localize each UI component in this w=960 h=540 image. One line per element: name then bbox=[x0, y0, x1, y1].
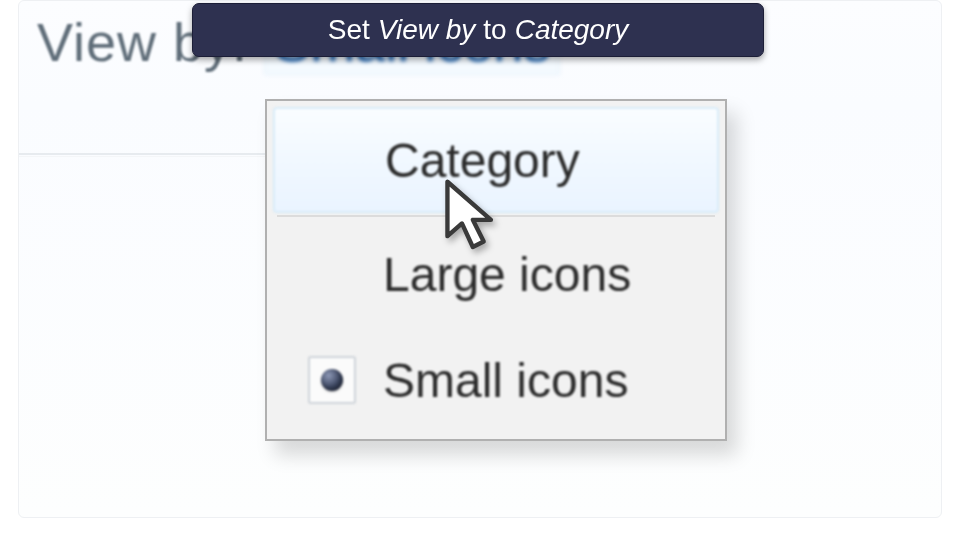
menu-separator bbox=[277, 215, 715, 217]
bullet-icon bbox=[321, 369, 343, 391]
control-panel-area: View by: Small icons Category Large icon… bbox=[18, 0, 942, 518]
menu-item-label: Small icons bbox=[379, 353, 628, 408]
instruction-field: View by bbox=[378, 14, 476, 46]
menu-item-large-icons[interactable]: Large icons bbox=[273, 221, 719, 327]
instruction-text: to bbox=[483, 14, 506, 46]
menu-item-category[interactable]: Category bbox=[273, 107, 719, 213]
menu-item-label: Large icons bbox=[379, 247, 631, 302]
menu-item-label: Category bbox=[381, 133, 580, 188]
view-by-dropdown-menu: Category Large icons Small icons bbox=[265, 99, 727, 441]
instruction-banner: Set View by to Category bbox=[192, 3, 764, 57]
instruction-value: Category bbox=[515, 14, 629, 46]
instruction-text: Set bbox=[328, 14, 370, 46]
menu-item-small-icons[interactable]: Small icons bbox=[273, 327, 719, 433]
dropdown-inner: Category Large icons Small icons bbox=[273, 107, 719, 433]
selected-radio-icon bbox=[308, 356, 356, 404]
menu-item-radio-slot bbox=[285, 356, 379, 404]
